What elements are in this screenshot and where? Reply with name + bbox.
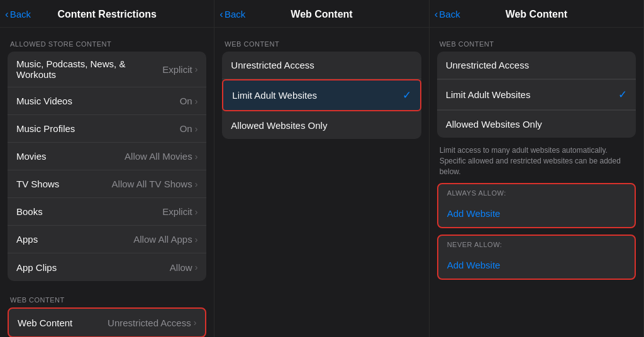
list-item-web-content[interactable]: Web Content Unrestricted Access ›: [9, 309, 205, 336]
right-option-allowed-only-label: Allowed Websites Only: [446, 119, 542, 130]
left-panel: ‹ Back Content Restrictions Allowed Stor…: [0, 0, 214, 337]
list-item-music-videos[interactable]: Music Videos On ›: [8, 87, 206, 115]
option-allowed-only[interactable]: Allowed Websites Only: [222, 111, 421, 139]
right-back-label: Back: [439, 9, 460, 19]
right-options-group: Unrestricted Access Limit Adult Websites…: [437, 52, 636, 138]
left-section-header-webcontent: Web Content: [0, 286, 214, 307]
never-allow-add-button[interactable]: Add Website: [438, 251, 635, 279]
always-allow-add-label: Add Website: [447, 208, 501, 219]
middle-panel: ‹ Back Web Content Web Content Unrestric…: [214, 0, 429, 337]
always-allow-add-button[interactable]: Add Website: [438, 199, 635, 227]
right-section-header: Web Content: [430, 30, 643, 52]
label-web-content: Web Content: [18, 318, 72, 328]
right-option-limit-adult[interactable]: Limit Adult Websites ✓: [437, 79, 636, 110]
never-allow-add-label: Add Website: [447, 260, 501, 270]
list-item-books[interactable]: Books Explicit ›: [8, 198, 206, 226]
value-movies: Allow All Movies ›: [125, 151, 197, 162]
value-apps: Allow All Apps ›: [133, 234, 197, 245]
value-music-profiles: On ›: [180, 123, 198, 134]
list-item-apps[interactable]: Apps Allow All Apps ›: [8, 226, 206, 253]
label-app-clips: App Clips: [16, 262, 57, 273]
label-music-videos: Music Videos: [16, 96, 72, 106]
list-item-music-podcasts[interactable]: Music, Podcasts, News, & Workouts Explic…: [8, 52, 206, 87]
label-apps: Apps: [16, 234, 38, 245]
right-panel-content: Web Content Unrestricted Access Limit Ad…: [430, 28, 643, 337]
left-back-button[interactable]: ‹ Back: [5, 9, 31, 19]
right-back-chevron-icon: ‹: [435, 9, 438, 19]
right-option-limit-adult-label: Limit Adult Websites: [446, 89, 531, 100]
never-allow-section: Never Allow: Add Website: [437, 235, 636, 280]
middle-panel-header: ‹ Back Web Content: [214, 0, 428, 28]
never-allow-header: Never Allow:: [438, 236, 635, 251]
label-tv-shows: TV Shows: [16, 179, 59, 189]
left-panel-header: ‹ Back Content Restrictions: [0, 0, 214, 28]
middle-panel-content: Web Content Unrestricted Access Limit Ad…: [214, 28, 428, 337]
list-item-tv-shows[interactable]: TV Shows Allow All TV Shows ›: [8, 170, 206, 198]
left-back-chevron-icon: ‹: [5, 9, 9, 19]
option-unrestricted[interactable]: Unrestricted Access: [222, 52, 421, 79]
label-movies: Movies: [16, 151, 47, 162]
list-item-movies[interactable]: Movies Allow All Movies ›: [8, 143, 206, 170]
middle-back-chevron-icon: ‹: [219, 9, 223, 19]
right-option-unrestricted[interactable]: Unrestricted Access: [437, 52, 636, 79]
middle-options-group: Unrestricted Access Limit Adult Websites…: [222, 52, 421, 139]
option-allowed-only-label: Allowed Websites Only: [231, 120, 327, 131]
web-content-highlighted-row[interactable]: Web Content Unrestricted Access ›: [8, 307, 206, 337]
label-books: Books: [16, 206, 43, 217]
limit-adult-checkmark-icon: ✓: [402, 89, 411, 102]
middle-back-label: Back: [225, 9, 245, 19]
option-limit-adult-label: Limit Adult Websites: [232, 90, 317, 101]
left-back-label: Back: [10, 9, 31, 19]
right-description-text: Limit access to many adult websites auto…: [430, 143, 643, 183]
always-allow-section: Always Allow: Add Website: [437, 183, 636, 228]
value-app-clips: Allow ›: [170, 262, 198, 273]
value-web-content: Unrestricted Access ›: [108, 318, 196, 328]
chevron-music-profiles: ›: [195, 124, 198, 134]
value-books: Explicit ›: [162, 206, 197, 217]
left-section-header-store: Allowed Store Content: [0, 30, 214, 52]
chevron-music-podcasts: ›: [195, 64, 198, 74]
right-option-allowed-only[interactable]: Allowed Websites Only: [437, 110, 636, 138]
label-music-profiles: Music Profiles: [16, 123, 75, 134]
right-option-unrestricted-label: Unrestricted Access: [446, 60, 530, 70]
right-limit-adult-checkmark-icon: ✓: [618, 88, 627, 101]
left-store-content-group: Music, Podcasts, News, & Workouts Explic…: [8, 52, 206, 281]
value-music-podcasts: Explicit ›: [162, 64, 197, 75]
list-item-music-profiles[interactable]: Music Profiles On ›: [8, 115, 206, 143]
chevron-movies: ›: [195, 152, 198, 162]
left-panel-content: Allowed Store Content Music, Podcasts, N…: [0, 28, 214, 337]
option-limit-adult[interactable]: Limit Adult Websites ✓: [222, 79, 421, 111]
value-tv-shows: Allow All TV Shows ›: [112, 179, 198, 189]
right-panel-header: ‹ Back Web Content: [430, 0, 643, 28]
option-unrestricted-label: Unrestricted Access: [231, 60, 314, 70]
chevron-app-clips: ›: [195, 262, 198, 272]
label-music-podcasts: Music, Podcasts, News, & Workouts: [16, 58, 162, 80]
chevron-music-videos: ›: [195, 96, 198, 106]
chevron-apps: ›: [195, 235, 198, 245]
always-allow-header: Always Allow:: [438, 184, 635, 199]
chevron-tv-shows: ›: [195, 179, 198, 189]
middle-section-header: Web Content: [214, 30, 428, 52]
middle-panel-title: Web Content: [291, 9, 352, 20]
value-music-videos: On ›: [180, 96, 198, 106]
right-panel: ‹ Back Web Content Web Content Unrestric…: [430, 0, 644, 337]
left-panel-title: Content Restrictions: [57, 9, 156, 20]
list-item-app-clips[interactable]: App Clips Allow ›: [8, 253, 206, 281]
chevron-books: ›: [195, 207, 198, 217]
middle-back-button[interactable]: ‹ Back: [219, 9, 245, 19]
chevron-web-content: ›: [194, 318, 197, 328]
right-back-button[interactable]: ‹ Back: [435, 9, 460, 19]
right-panel-title: Web Content: [506, 9, 567, 20]
